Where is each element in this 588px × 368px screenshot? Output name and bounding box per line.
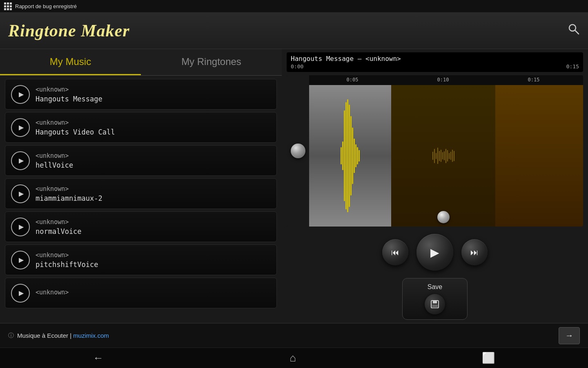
main-content: My Music My Ringtones <unknown> Hangouts… [0,49,588,323]
wave-segment-active [309,85,391,227]
music-info: <unknown> Hangouts Message [36,86,102,103]
waveform-left-handle[interactable] [287,75,309,227]
info-icon: ⓘ [8,332,14,339]
track-name: Hangouts Message – <unknown> [291,55,579,63]
grid-icon [4,2,12,10]
music-info: <unknown> Hangouts Video Call [36,119,115,136]
svg-line-1 [575,30,579,34]
list-item[interactable]: <unknown> normalVoice [5,211,277,242]
play-button[interactable] [11,118,30,137]
back-button[interactable]: ← [93,352,104,364]
home-button[interactable]: ⌂ [290,352,296,364]
play-button[interactable] [11,151,30,170]
track-times: 0:00 0:15 [291,63,579,70]
status-text: Rapport de bug enregistré [15,3,77,9]
header: Ringtone Maker [0,12,588,49]
tab-my-ringtones[interactable]: My Ringtones [141,49,282,75]
prev-button[interactable]: ⏮ [382,239,408,265]
controls: ⏮ ▶ ⏭ [287,230,583,275]
app-title: Ringtone Maker [8,21,130,40]
play-button[interactable] [11,85,30,104]
play-pause-button[interactable]: ▶ [416,234,453,271]
left-knob[interactable] [291,144,305,158]
bottom-link[interactable]: muzimix.com [73,332,109,339]
waveform-container[interactable]: 0:05 0:10 0:15 [287,75,583,227]
playhead-knob[interactable] [437,211,450,223]
wave-bars-mid [432,148,454,164]
bottom-arrow-button[interactable]: → [559,327,580,344]
music-info: <unknown> normalVoice [36,218,82,236]
list-item[interactable]: <unknown> pitchshiftVoice [5,245,277,275]
search-button[interactable] [568,23,580,38]
waveform-timeline: 0:05 0:10 0:15 [303,75,583,83]
left-panel: My Music My Ringtones <unknown> Hangouts… [0,49,282,323]
music-info: <unknown> miammiamnimaux-2 [36,185,102,202]
save-label: Save [428,283,442,291]
time-end: 0:15 [566,63,579,70]
list-item[interactable]: <unknown> miammiamnimaux-2 [5,178,277,209]
list-item[interactable]: <unknown> hellVoice [5,145,277,176]
music-list: <unknown> Hangouts Message <unknown> Han… [0,76,282,323]
list-item[interactable]: <unknown> Hangouts Message [5,79,277,110]
play-button[interactable] [11,218,30,236]
waveform-visual [309,85,583,227]
time-start: 0:00 [291,63,303,70]
save-icon [425,294,445,314]
bottom-bar: ⓘ Musique à Ecouter | muzimix.com → [0,323,588,348]
play-button[interactable] [11,284,30,303]
music-info: <unknown> pitchshiftVoice [36,251,98,269]
bottom-text: Musique à Ecouter | muzimix.com [17,332,109,339]
svg-rect-4 [432,305,438,308]
recent-apps-button[interactable]: ⬜ [482,352,495,364]
next-button[interactable]: ⏭ [461,239,488,265]
music-info: <unknown> hellVoice [36,152,73,169]
wave-segment-mid [391,85,495,227]
play-button[interactable] [11,184,30,203]
play-button[interactable] [11,251,30,269]
tabs: My Music My Ringtones [0,49,282,76]
list-item[interactable]: <unknown> [5,278,277,308]
save-button[interactable]: Save [402,278,468,320]
track-info: Hangouts Message – <unknown> 0:00 0:15 [287,52,583,72]
list-item[interactable]: <unknown> Hangouts Video Call [5,112,277,143]
wave-bars-active [341,99,360,213]
status-bar: Rapport de bug enregistré [0,0,588,12]
tab-my-music[interactable]: My Music [0,49,141,75]
wave-segment-right [495,85,583,227]
nav-bar: ← ⌂ ⬜ [0,348,588,368]
svg-rect-3 [433,301,437,303]
right-panel: Hangouts Message – <unknown> 0:00 0:15 0… [282,49,588,323]
music-info: <unknown> [36,289,69,298]
